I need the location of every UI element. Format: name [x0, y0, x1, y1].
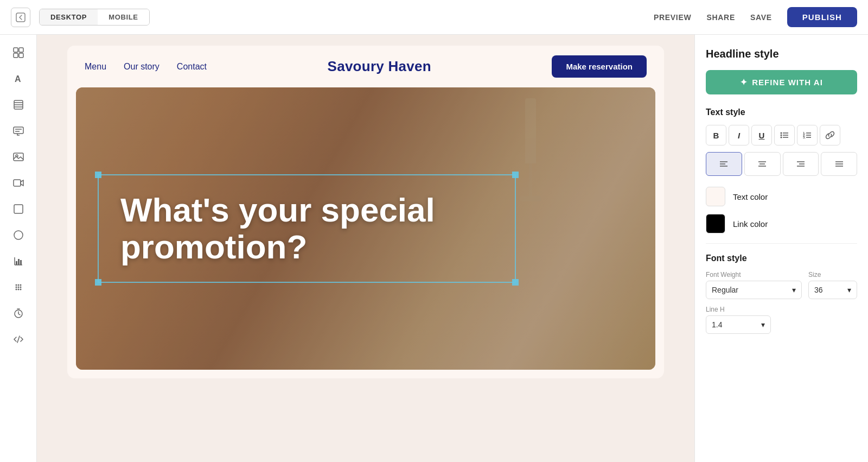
svg-point-29	[15, 289, 17, 290]
chart-icon[interactable]	[7, 250, 30, 273]
preview-button[interactable]: PREVIEW	[654, 13, 691, 22]
svg-rect-1	[14, 48, 18, 52]
text-icon[interactable]: A	[7, 67, 30, 90]
font-row: Font Weight Regular ▾ Size 36 ▾	[706, 271, 857, 299]
svg-point-36	[781, 135, 782, 136]
view-toggle: DESKTOP MOBILE	[39, 9, 150, 26]
nav-contact[interactable]: Contact	[177, 62, 207, 72]
video-icon[interactable]	[7, 172, 30, 194]
panel-title: Headline style	[706, 48, 857, 60]
svg-point-37	[781, 137, 782, 138]
svg-point-26	[15, 287, 17, 288]
svg-point-35	[781, 132, 782, 134]
link-color-row: Link color	[706, 214, 857, 233]
align-toolbar	[706, 152, 857, 176]
align-right-button[interactable]	[783, 152, 819, 176]
canvas-area: Menu Our story Contact Savoury Haven Mak…	[37, 35, 694, 462]
circle-icon[interactable]	[7, 224, 30, 246]
mobile-view-button[interactable]: MOBILE	[98, 9, 149, 25]
font-weight-value: Regular	[712, 286, 738, 294]
svg-point-28	[20, 287, 21, 288]
hero-background: What's your special promotion?	[76, 87, 655, 370]
svg-rect-0	[16, 13, 25, 22]
link-button[interactable]	[820, 125, 840, 145]
font-style-section: Font style Font Weight Regular ▾ Size 36…	[706, 254, 857, 334]
svg-point-23	[15, 284, 17, 286]
main-layout: A	[0, 35, 868, 462]
svg-rect-4	[19, 53, 23, 58]
caption-icon[interactable]	[7, 119, 30, 142]
svg-point-17	[14, 231, 23, 239]
svg-point-30	[17, 289, 19, 290]
bold-button[interactable]: B	[706, 125, 726, 145]
corner-handle-tl[interactable]	[95, 172, 101, 178]
desktop-view-button[interactable]: DESKTOP	[40, 9, 98, 25]
refine-label: REFINE WITH AI	[752, 78, 823, 87]
save-button[interactable]: SAVE	[750, 13, 772, 22]
line-height-select[interactable]: 1.4 ▾	[706, 315, 771, 334]
svg-rect-13	[14, 153, 23, 161]
font-weight-label: Font Weight	[706, 271, 802, 279]
refine-icon: ✦	[740, 77, 748, 87]
layout-icon[interactable]	[7, 93, 30, 116]
hero-headline[interactable]: What's your special promotion?	[120, 192, 493, 265]
svg-point-24	[17, 284, 19, 286]
text-style-label: Text style	[706, 107, 857, 117]
svg-line-34	[17, 336, 20, 343]
svg-point-27	[17, 287, 19, 288]
text-color-swatch[interactable]	[706, 187, 725, 206]
refine-with-ai-button[interactable]: ✦ REFINE WITH AI	[706, 70, 857, 94]
nav-menu[interactable]: Menu	[85, 62, 106, 72]
text-style-toolbar: B I U 1.2.3.	[706, 125, 857, 145]
italic-button[interactable]: I	[729, 125, 749, 145]
code-icon[interactable]	[7, 328, 30, 351]
font-size-value: 36	[814, 286, 823, 294]
link-color-swatch[interactable]	[706, 214, 725, 233]
line-height-row: Line H 1.4 ▾	[706, 306, 857, 334]
bullet-list-button[interactable]	[774, 125, 795, 145]
divider	[706, 243, 857, 244]
svg-point-25	[20, 284, 21, 286]
svg-rect-3	[14, 53, 18, 58]
align-justify-button[interactable]	[821, 152, 857, 176]
make-reservation-button[interactable]: Make reservation	[552, 55, 647, 78]
grid-icon[interactable]	[7, 276, 30, 299]
timer-icon[interactable]	[7, 302, 30, 325]
text-color-row: Text color	[706, 187, 857, 206]
font-weight-group: Font Weight Regular ▾	[706, 271, 802, 299]
svg-rect-2	[19, 48, 23, 52]
website-preview: Menu Our story Contact Savoury Haven Mak…	[67, 46, 664, 378]
chevron-down-icon: ▾	[792, 286, 796, 294]
hero-section: What's your special promotion?	[76, 87, 655, 370]
align-center-button[interactable]	[744, 152, 781, 176]
font-weight-select[interactable]: Regular ▾	[706, 281, 802, 299]
font-size-label: Size	[808, 271, 857, 279]
headline-selection-box[interactable]: What's your special promotion?	[98, 174, 516, 283]
svg-rect-15	[14, 180, 21, 186]
publish-button[interactable]: PUBLISH	[787, 7, 857, 27]
add-section-icon[interactable]	[7, 41, 30, 64]
svg-rect-22	[20, 260, 22, 265]
topbar-left: DESKTOP MOBILE	[11, 8, 150, 27]
font-size-select[interactable]: 36 ▾	[808, 281, 857, 299]
numbered-list-button[interactable]: 1.2.3.	[797, 125, 818, 145]
corner-handle-tr[interactable]	[512, 172, 519, 178]
line-height-value: 1.4	[712, 320, 722, 329]
share-button[interactable]: SHARE	[706, 13, 735, 22]
svg-text:3.: 3.	[803, 136, 806, 139]
chevron-down-icon-lineh: ▾	[761, 320, 765, 329]
topbar: DESKTOP MOBILE PREVIEW SHARE SAVE PUBLIS…	[0, 0, 868, 35]
underline-button[interactable]: U	[751, 125, 772, 145]
nav-our-story[interactable]: Our story	[124, 62, 159, 72]
align-left-button[interactable]	[706, 152, 742, 176]
svg-rect-21	[18, 259, 20, 265]
left-sidebar: A	[0, 35, 37, 462]
font-style-label: Font style	[706, 254, 857, 263]
svg-rect-20	[16, 261, 17, 265]
image-icon[interactable]	[7, 145, 30, 168]
box-icon[interactable]	[7, 198, 30, 220]
back-button[interactable]	[11, 8, 30, 27]
right-panel: Headline style ✦ REFINE WITH AI Text sty…	[694, 35, 868, 462]
line-height-label: Line H	[706, 306, 857, 313]
link-color-label: Link color	[733, 219, 768, 229]
